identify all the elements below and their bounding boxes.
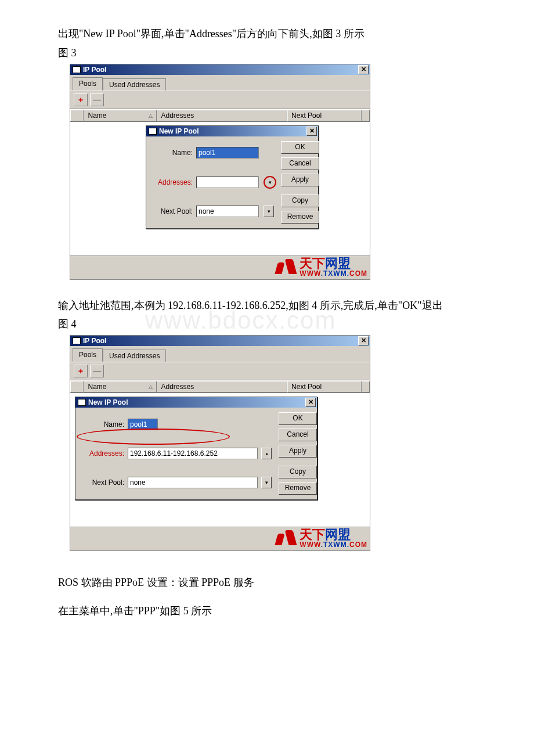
col-header-addresses[interactable]: Addresses [157, 381, 287, 393]
window-title: IP Pool [83, 66, 106, 74]
paragraph-3: ROS 软路由 PPPoE 设置：设置 PPPoE 服务 [58, 574, 476, 591]
close-icon[interactable]: ✕ [358, 65, 369, 74]
window-icon [73, 66, 81, 73]
sort-icon: △ [149, 384, 153, 390]
logo-cn1: 天下 [300, 527, 325, 542]
addresses-input[interactable] [196, 177, 259, 188]
watermark-logo: 天下网盟 WWW.TXWM.COM [70, 255, 370, 279]
tab-pools[interactable]: Pools [73, 77, 103, 91]
next-pool-label: Next Pool: [80, 478, 124, 487]
paragraph-4: 在主菜单中,单击"PPP"如图 5 所示 [58, 603, 476, 620]
plus-icon: + [78, 95, 83, 105]
dialog-title: New IP Pool [88, 398, 128, 406]
col-header-name[interactable]: Name △ [84, 110, 157, 121]
minus-icon: — [93, 95, 101, 105]
apply-button[interactable]: Apply [279, 445, 317, 458]
logo-url: WWW.TXWM.COM [300, 270, 367, 277]
close-icon[interactable]: ✕ [358, 336, 369, 345]
addresses-label: Addresses: [151, 178, 193, 186]
dialog-titlebar[interactable]: New IP Pool ✕ [146, 126, 318, 136]
ok-button[interactable]: OK [279, 412, 317, 425]
tab-used-addresses[interactable]: Used Addresses [103, 78, 166, 91]
col-name-label: Name [88, 383, 106, 391]
sort-icon: △ [149, 113, 153, 118]
window-title: IP Pool [83, 337, 106, 345]
name-label: Name: [151, 149, 193, 157]
annotation-circle [77, 429, 230, 445]
col-header-name[interactable]: Name △ [84, 381, 157, 393]
dialog-title: New IP Pool [159, 127, 199, 135]
minus-icon: — [93, 366, 101, 376]
ip-pool-window-fig3: IP Pool ✕ Pools Used Addresses + — Name … [70, 64, 370, 280]
next-pool-select[interactable] [128, 477, 258, 488]
next-pool-dropdown-icon[interactable]: ▾ [261, 477, 272, 488]
paragraph-2: 输入地址池范围,本例为 192.168.6.11-192.168.6.252,如… [58, 297, 476, 314]
logo-url: WWW.TXWM.COM [300, 541, 367, 548]
col-header-next-pool[interactable]: Next Pool [287, 110, 362, 121]
cancel-button[interactable]: Cancel [281, 157, 319, 170]
tab-pools[interactable]: Pools [73, 348, 103, 362]
logo-cn2: 网盟 [325, 256, 351, 271]
addresses-label: Addresses: [80, 449, 124, 458]
ip-pool-window-fig4: IP Pool ✕ Pools Used Addresses + — Name … [70, 335, 370, 551]
cancel-button[interactable]: Cancel [279, 429, 317, 441]
window-icon [78, 399, 86, 406]
col-name-label: Name [88, 111, 106, 120]
remove-dialog-button[interactable]: Remove [279, 482, 317, 495]
remove-button[interactable]: — [90, 365, 104, 377]
logo-cn2: 网盟 [325, 527, 351, 542]
figure-4-label: 图 4 [58, 316, 476, 333]
addresses-dropdown-icon[interactable]: ▾ [264, 176, 276, 189]
name-label: Name: [80, 420, 124, 429]
window-icon [149, 128, 157, 135]
next-pool-dropdown-icon[interactable]: ▾ [264, 206, 274, 217]
grid-body: New IP Pool ✕ Name: Addresses: ▾ Next [70, 121, 370, 255]
remove-button[interactable]: — [90, 93, 104, 106]
grid-body: New IP Pool ✕ Name: Addresses: ⬥ Next [70, 393, 370, 527]
dialog-titlebar[interactable]: New IP Pool ✕ [75, 397, 317, 408]
col-header-addresses[interactable]: Addresses [157, 110, 287, 121]
new-ip-pool-dialog: New IP Pool ✕ Name: Addresses: ▾ Next [146, 125, 319, 229]
copy-button[interactable]: Copy [281, 195, 319, 207]
watermark-logo: 天下网盟 WWW.TXWM.COM [70, 527, 370, 550]
ok-button[interactable]: OK [281, 141, 319, 154]
tab-used-addresses[interactable]: Used Addresses [103, 350, 166, 362]
logo-cn1: 天下 [300, 256, 325, 271]
figure-3-label: 图 3 [58, 45, 476, 62]
name-input[interactable] [196, 147, 259, 159]
add-button[interactable]: + [74, 365, 88, 377]
close-icon[interactable]: ✕ [305, 398, 316, 407]
logo-icon [274, 258, 297, 276]
next-pool-label: Next Pool: [151, 207, 193, 215]
window-icon [73, 337, 81, 344]
titlebar[interactable]: IP Pool ✕ [70, 64, 370, 75]
paragraph-1: 出现"New IP Pool"界面,单击"Addresses"后方的向下前头,如… [58, 26, 476, 42]
new-ip-pool-dialog: New IP Pool ✕ Name: Addresses: ⬥ Next [75, 397, 317, 500]
titlebar[interactable]: IP Pool ✕ [70, 336, 370, 346]
remove-dialog-button[interactable]: Remove [281, 211, 319, 224]
col-header-next-pool[interactable]: Next Pool [287, 381, 362, 393]
copy-button[interactable]: Copy [279, 466, 317, 478]
name-input[interactable] [128, 419, 158, 430]
logo-icon [274, 529, 297, 548]
apply-button[interactable]: Apply [281, 174, 319, 186]
next-pool-select[interactable] [196, 206, 259, 217]
addresses-dropdown-icon[interactable]: ⬥ [261, 448, 272, 459]
addresses-input[interactable] [128, 448, 258, 459]
plus-icon: + [78, 366, 83, 376]
close-icon[interactable]: ✕ [306, 127, 317, 136]
add-button[interactable]: + [74, 93, 88, 106]
